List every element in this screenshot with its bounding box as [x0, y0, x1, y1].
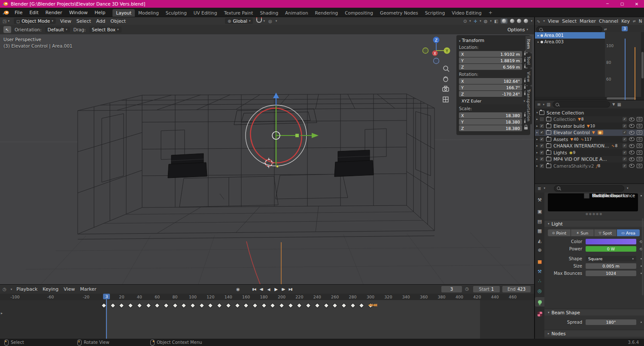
- hide-viewport-eye-icon[interactable]: [629, 137, 635, 141]
- graph-playhead-badge[interactable]: 3: [622, 26, 628, 31]
- graph-channel-row[interactable]: ▸ Area.003: [535, 39, 605, 45]
- properties-tab[interactable]: [535, 309, 544, 319]
- axis-neg-z[interactable]: [434, 58, 439, 64]
- keyframe-diamond[interactable]: [190, 303, 195, 308]
- properties-type-icon[interactable]: ≣: [538, 186, 541, 191]
- timeline-playhead[interactable]: [106, 294, 107, 339]
- minimize-button[interactable]: ─: [600, 0, 615, 8]
- graph-menu-item[interactable]: Channel: [599, 18, 618, 24]
- add-workspace-button[interactable]: +: [485, 9, 496, 17]
- keyframe-diamond[interactable]: [297, 303, 302, 308]
- rotation-mode-dropdown[interactable]: XYZ Euler▾: [459, 98, 528, 104]
- keyframe-cluster-arrow-icon[interactable]: [368, 303, 371, 307]
- gizmo-toggle[interactable]: ✛: [474, 19, 477, 24]
- exclude-checkbox[interactable]: ✓: [539, 156, 544, 162]
- hide-viewport-eye-icon[interactable]: [629, 164, 635, 168]
- mode-selector[interactable]: ◻Object Mode▾: [14, 18, 56, 24]
- drag-setting-dropdown[interactable]: Select Box▾: [89, 27, 122, 33]
- rotation-field[interactable]: X182.64°: [459, 78, 522, 84]
- selectable-checkbox[interactable]: ✓: [623, 157, 627, 161]
- light-type-button[interactable]: Sun: [571, 229, 594, 236]
- properties-tab[interactable]: [535, 276, 544, 286]
- properties-tab[interactable]: [535, 245, 544, 255]
- outliner-row[interactable]: ▸ ✓ Lights 9 ✓: [535, 149, 644, 156]
- sidebar-tab[interactable]: Item: [526, 36, 532, 52]
- size-field[interactable]: 0.005 m: [586, 263, 636, 269]
- graph-channel-row[interactable]: ▸ Area.001: [535, 32, 605, 39]
- expand-icon[interactable]: ▸: [535, 151, 539, 154]
- options-dropdown[interactable]: Options▾: [505, 27, 531, 33]
- viewport-menu-item[interactable]: Object: [110, 18, 126, 24]
- frame-end-field[interactable]: End423: [502, 286, 531, 292]
- snap-toggle[interactable]: ▾: [256, 19, 265, 23]
- location-field[interactable]: X1.9102 m: [459, 51, 522, 57]
- frame-start-field[interactable]: Start1: [473, 286, 500, 292]
- graph-vertical-scrollbar[interactable]: [641, 48, 644, 100]
- properties-type-caret[interactable]: ▾: [544, 187, 545, 190]
- beam-shape-section-header[interactable]: ▾Beam Shape: [544, 309, 644, 316]
- selectable-checkbox[interactable]: ✓: [623, 117, 627, 121]
- close-button[interactable]: ✕: [629, 0, 644, 8]
- spread-field[interactable]: 180°: [586, 319, 636, 325]
- outliner-row[interactable]: ▸ ✓ Elevator build 10 ✓: [535, 123, 644, 129]
- disable-render-camera-icon[interactable]: [637, 157, 642, 161]
- keyframe-cluster-arrow-icon[interactable]: [372, 303, 376, 307]
- maximize-button[interactable]: ▢: [615, 0, 629, 8]
- couch-left[interactable]: [168, 153, 207, 178]
- shading-wireframe-button[interactable]: [501, 18, 507, 24]
- transport-button[interactable]: [280, 286, 286, 292]
- couch-right[interactable]: [334, 150, 374, 177]
- menu-item[interactable]: Edit: [26, 9, 41, 16]
- workspace-tab[interactable]: Geometry Nodes: [377, 9, 422, 17]
- hide-viewport-eye-icon[interactable]: [629, 117, 635, 121]
- workspace-tab[interactable]: Compositing: [341, 9, 377, 17]
- outliner-type-icon[interactable]: ≡: [537, 102, 541, 107]
- outliner-row[interactable]: ▸ ✓ Assets 40 117 ✓: [535, 136, 644, 143]
- menu-item[interactable]: Render: [43, 9, 65, 16]
- shape-dropdown[interactable]: Square▾: [586, 256, 636, 262]
- graph-curve-area[interactable]: 100 80 60: [605, 32, 641, 97]
- sidebar-tab[interactable]: View: [526, 69, 532, 85]
- expand-icon[interactable]: ▸: [535, 131, 539, 134]
- disable-render-camera-icon[interactable]: [637, 117, 642, 121]
- normalize-toggle[interactable]: Normalize: [639, 19, 642, 24]
- active-tool-icon[interactable]: ↖: [3, 26, 11, 33]
- light-type-button[interactable]: Point: [548, 229, 571, 236]
- timeline-track-area[interactable]: [0, 300, 534, 339]
- keyframe-diamond[interactable]: [341, 303, 346, 308]
- toggle-checkbox[interactable]: ✓: [584, 193, 589, 199]
- keyframe-diamond[interactable]: [226, 303, 231, 308]
- properties-tab[interactable]: [535, 207, 544, 216]
- transport-button[interactable]: [258, 286, 264, 292]
- workspace-tab[interactable]: Layout: [112, 9, 135, 17]
- editor-type-selector[interactable]: ◳▾: [3, 19, 9, 24]
- shading-material-button[interactable]: [517, 19, 521, 23]
- overlays-toggle[interactable]: ◍: [484, 19, 488, 24]
- hide-viewport-eye-icon[interactable]: [629, 124, 635, 128]
- shading-solid-button[interactable]: [510, 19, 514, 23]
- channel-expand-icon[interactable]: ▸: [538, 40, 539, 44]
- new-collection-icon[interactable]: ▦: [617, 102, 621, 107]
- keyframe-diamond[interactable]: [173, 303, 178, 308]
- proportional-edit-toggle[interactable]: ◎: [268, 19, 272, 24]
- properties-tab[interactable]: [535, 226, 544, 235]
- graph-menu-item[interactable]: Marker: [580, 18, 596, 24]
- keyframe-diamond[interactable]: [359, 303, 364, 308]
- sidebar-tab[interactable]: Transportation: [526, 86, 532, 125]
- disable-render-camera-icon[interactable]: [637, 164, 642, 168]
- keyframe-diamond[interactable]: [279, 303, 284, 308]
- exclude-checkbox[interactable]: ✓: [539, 137, 544, 142]
- color-swatch-field[interactable]: [586, 239, 636, 244]
- shading-rendered-button[interactable]: [524, 19, 528, 23]
- exclude-checkbox[interactable]: ✓: [539, 130, 544, 135]
- menu-item[interactable]: Window: [66, 9, 91, 16]
- shading-dropdown[interactable]: ▾: [531, 19, 532, 23]
- lock-icon[interactable]: [524, 127, 528, 129]
- keyframe-diamond[interactable]: [323, 303, 328, 308]
- sidebar-tab[interactable]: Tool: [526, 53, 532, 68]
- exclude-checkbox[interactable]: ✓: [539, 123, 544, 129]
- outliner-row[interactable]: ▸ ✓ Elevator Control ✓: [535, 129, 644, 136]
- graph-horizontal-scrollbar[interactable]: [535, 97, 644, 100]
- transport-button[interactable]: [265, 286, 272, 292]
- selectable-checkbox[interactable]: ✓: [623, 150, 627, 155]
